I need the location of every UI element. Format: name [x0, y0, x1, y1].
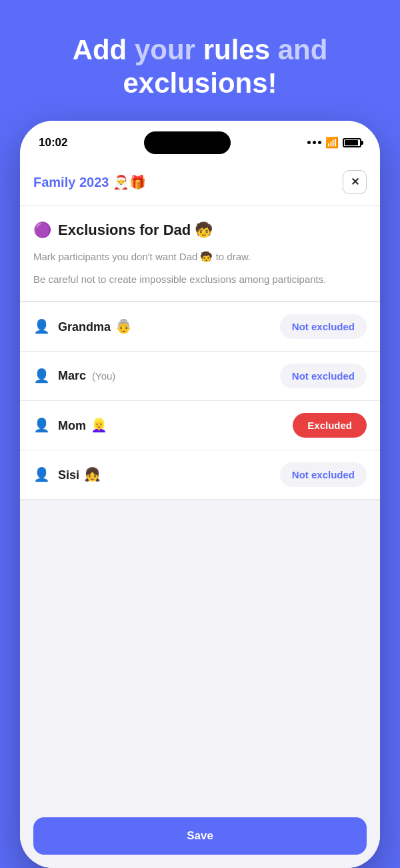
- participant-person-icon: 👤: [33, 417, 50, 433]
- page-title: Add your rules and exclusions!: [27, 33, 373, 101]
- page-header: Add your rules and exclusions!: [0, 0, 400, 121]
- bottom-area: Save: [20, 807, 380, 868]
- participant-row: 👤 Sisi 👧 Not excluded: [20, 450, 380, 500]
- app-content: Family 2023 🎅🎁 ✕ 🟣 Exclusions for Dad 🧒 …: [20, 159, 380, 868]
- participant-left: 👤 Sisi 👧: [33, 466, 101, 482]
- participant-name: Sisi 👧: [58, 466, 101, 482]
- status-icons: 📶: [307, 136, 361, 149]
- battery-fill: [345, 140, 358, 145]
- exclusions-heading: 🟣 Exclusions for Dad 🧒: [33, 222, 367, 239]
- status-time: 10:02: [39, 136, 67, 149]
- title-exclusions: exclusions!: [123, 67, 277, 99]
- participant-name: Mom 👱‍♀️: [58, 417, 107, 433]
- save-button[interactable]: Save: [33, 817, 367, 855]
- not-excluded-button-grandma[interactable]: Not excluded: [280, 314, 367, 339]
- participant-row: 👤 Mom 👱‍♀️ Excluded: [20, 401, 380, 450]
- status-bar: 10:02 📶: [20, 121, 380, 159]
- participant-row: 👤 Grandma 👵 Not excluded: [20, 302, 380, 352]
- participant-person-icon: 👤: [33, 368, 50, 384]
- participant-person-icon: 👤: [33, 318, 50, 334]
- battery-icon: [343, 138, 361, 147]
- exclusions-title: Exclusions for Dad 🧒: [58, 222, 213, 239]
- participant-you-label: (You): [92, 370, 115, 382]
- not-excluded-button-marc[interactable]: Not excluded: [280, 364, 367, 388]
- excluded-button-mom[interactable]: Excluded: [293, 413, 367, 438]
- group-title: Family 2023 🎅🎁: [33, 174, 146, 190]
- title-your: your: [135, 34, 195, 65]
- participants-list: 👤 Grandma 👵 Not excluded 👤 Marc (You) No…: [20, 302, 380, 807]
- wifi-icon: 📶: [325, 136, 339, 149]
- title-and: and: [278, 34, 328, 65]
- title-add: Add: [73, 34, 127, 65]
- app-header: Family 2023 🎅🎁 ✕: [20, 159, 380, 205]
- exclusions-section: 🟣 Exclusions for Dad 🧒 Mark participants…: [20, 205, 380, 302]
- participant-left: 👤 Grandma 👵: [33, 318, 132, 334]
- signal-dot-3: [318, 141, 321, 144]
- signal-dots: [307, 141, 321, 144]
- not-excluded-button-sisi[interactable]: Not excluded: [280, 462, 367, 487]
- participant-row: 👤 Marc (You) Not excluded: [20, 352, 380, 401]
- participant-emoji: 👱‍♀️: [91, 418, 107, 432]
- notch: [144, 131, 231, 154]
- signal-dot-2: [313, 141, 316, 144]
- participant-emoji: 👧: [84, 467, 101, 482]
- title-rules: rules: [203, 34, 270, 65]
- person-icon: 🟣: [33, 222, 51, 239]
- participant-name: Marc (You): [58, 369, 115, 383]
- exclusions-warning: Be careful not to create impossible excl…: [33, 272, 367, 288]
- participant-emoji: 👵: [115, 319, 132, 334]
- participant-left: 👤 Marc (You): [33, 368, 115, 384]
- participant-name: Grandma 👵: [58, 318, 132, 334]
- exclusions-description: Mark participants you don't want Dad 🧒 t…: [33, 250, 367, 265]
- phone-shell: 10:02 📶 Family 2023 🎅🎁 ✕ 🟣 Exclusions f: [20, 121, 380, 868]
- participant-left: 👤 Mom 👱‍♀️: [33, 417, 107, 433]
- close-button[interactable]: ✕: [343, 170, 367, 194]
- participant-person-icon: 👤: [33, 466, 50, 482]
- signal-dot-1: [307, 141, 311, 144]
